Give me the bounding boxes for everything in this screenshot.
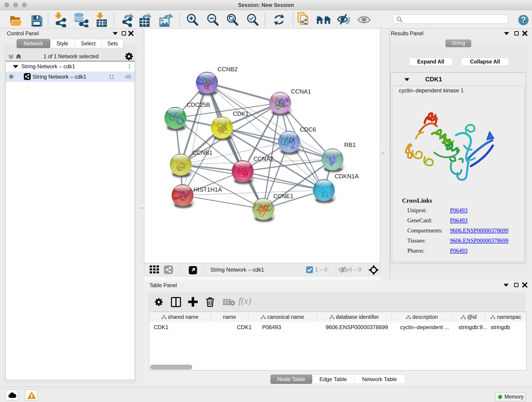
svg-text:CDK1: CDK1 xyxy=(233,110,249,117)
svg-text:CDKN1A: CDKN1A xyxy=(335,173,359,179)
svg-text:CCNA1: CCNA1 xyxy=(291,88,311,95)
svg-text:CDC6: CDC6 xyxy=(300,126,316,133)
svg-text:CCNB2: CCNB2 xyxy=(217,66,238,72)
svg-text:HIST1H1A: HIST1H1A xyxy=(194,186,222,193)
svg-text:CDC25B: CDC25B xyxy=(187,102,210,108)
svg-text:CCNA2: CCNA2 xyxy=(253,156,273,162)
svg-text:CCNE1: CCNE1 xyxy=(273,193,293,199)
svg-text:CCNB1: CCNB1 xyxy=(192,149,213,156)
svg-text:RB1: RB1 xyxy=(344,142,355,148)
